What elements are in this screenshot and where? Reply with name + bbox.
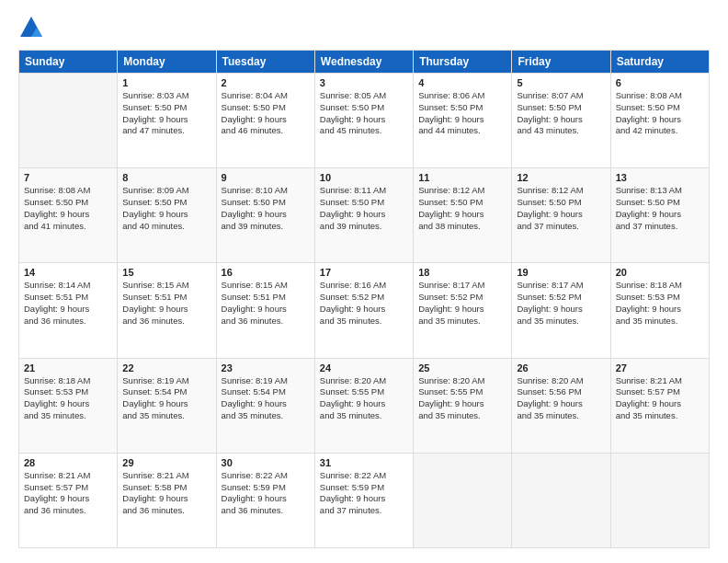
day-number: 15: [122, 267, 210, 278]
calendar-body: 1Sunrise: 8:03 AMSunset: 5:50 PMDaylight…: [19, 74, 710, 548]
day-info: Sunrise: 8:04 AMSunset: 5:50 PMDaylight:…: [222, 90, 310, 137]
weekday-header-monday: Monday: [118, 51, 216, 74]
day-info: Sunrise: 8:17 AMSunset: 5:52 PMDaylight:…: [517, 280, 605, 327]
logo-icon: [18, 15, 44, 40]
calendar-cell: 31Sunrise: 8:22 AMSunset: 5:59 PMDayligh…: [314, 453, 413, 547]
day-number: 25: [418, 362, 506, 373]
calendar-cell: 23Sunrise: 8:19 AMSunset: 5:54 PMDayligh…: [216, 358, 314, 453]
day-info: Sunrise: 8:20 AMSunset: 5:55 PMDaylight:…: [418, 375, 506, 422]
calendar-cell: 18Sunrise: 8:17 AMSunset: 5:52 PMDayligh…: [414, 263, 512, 358]
calendar-cell: [19, 74, 118, 168]
day-number: 31: [320, 457, 408, 468]
day-info: Sunrise: 8:06 AMSunset: 5:50 PMDaylight:…: [418, 90, 506, 137]
day-info: Sunrise: 8:14 AMSunset: 5:51 PMDaylight:…: [24, 280, 112, 327]
day-info: Sunrise: 8:03 AMSunset: 5:50 PMDaylight:…: [122, 90, 210, 137]
calendar-cell: 3Sunrise: 8:05 AMSunset: 5:50 PMDaylight…: [314, 74, 413, 168]
day-number: 28: [24, 457, 112, 468]
day-info: Sunrise: 8:21 AMSunset: 5:58 PMDaylight:…: [122, 470, 210, 517]
calendar-cell: 2Sunrise: 8:04 AMSunset: 5:50 PMDaylight…: [216, 74, 314, 168]
calendar-cell: 28Sunrise: 8:21 AMSunset: 5:57 PMDayligh…: [19, 453, 118, 547]
calendar-cell: 24Sunrise: 8:20 AMSunset: 5:55 PMDayligh…: [314, 358, 413, 453]
day-info: Sunrise: 8:19 AMSunset: 5:54 PMDaylight:…: [222, 375, 310, 422]
day-number: 26: [517, 362, 605, 373]
calendar-cell: 12Sunrise: 8:12 AMSunset: 5:50 PMDayligh…: [512, 168, 610, 263]
calendar-cell: 13Sunrise: 8:13 AMSunset: 5:50 PMDayligh…: [610, 168, 709, 263]
week-row-1: 7Sunrise: 8:08 AMSunset: 5:50 PMDaylight…: [19, 168, 710, 263]
day-number: 5: [517, 77, 605, 88]
calendar-cell: 10Sunrise: 8:11 AMSunset: 5:50 PMDayligh…: [314, 168, 413, 263]
weekday-header-saturday: Saturday: [610, 51, 709, 74]
day-number: 30: [222, 457, 310, 468]
day-info: Sunrise: 8:07 AMSunset: 5:50 PMDaylight:…: [517, 90, 605, 137]
week-row-4: 28Sunrise: 8:21 AMSunset: 5:57 PMDayligh…: [19, 453, 710, 547]
day-number: 17: [320, 267, 408, 278]
calendar-cell: [512, 453, 610, 547]
day-number: 6: [616, 77, 704, 88]
day-number: 11: [418, 172, 506, 183]
calendar-cell: 9Sunrise: 8:10 AMSunset: 5:50 PMDaylight…: [216, 168, 314, 263]
day-number: 14: [24, 267, 112, 278]
calendar-cell: 6Sunrise: 8:08 AMSunset: 5:50 PMDaylight…: [610, 74, 709, 168]
day-number: 2: [222, 77, 310, 88]
calendar-cell: 20Sunrise: 8:18 AMSunset: 5:53 PMDayligh…: [610, 263, 709, 358]
calendar-cell: 17Sunrise: 8:16 AMSunset: 5:52 PMDayligh…: [314, 263, 413, 358]
calendar-cell: [610, 453, 709, 547]
calendar-cell: 14Sunrise: 8:14 AMSunset: 5:51 PMDayligh…: [19, 263, 118, 358]
day-info: Sunrise: 8:12 AMSunset: 5:50 PMDaylight:…: [517, 185, 605, 232]
day-number: 12: [517, 172, 605, 183]
calendar-header: SundayMondayTuesdayWednesdayThursdayFrid…: [19, 51, 710, 74]
day-info: Sunrise: 8:09 AMSunset: 5:50 PMDaylight:…: [122, 185, 210, 232]
weekday-header-friday: Friday: [512, 51, 610, 74]
header: [18, 15, 710, 40]
calendar-cell: 4Sunrise: 8:06 AMSunset: 5:50 PMDaylight…: [414, 74, 512, 168]
day-info: Sunrise: 8:20 AMSunset: 5:56 PMDaylight:…: [517, 375, 605, 422]
day-info: Sunrise: 8:05 AMSunset: 5:50 PMDaylight:…: [320, 90, 408, 137]
calendar-cell: 29Sunrise: 8:21 AMSunset: 5:58 PMDayligh…: [118, 453, 216, 547]
day-info: Sunrise: 8:12 AMSunset: 5:50 PMDaylight:…: [418, 185, 506, 232]
logo: [18, 15, 48, 40]
day-info: Sunrise: 8:18 AMSunset: 5:53 PMDaylight:…: [616, 280, 704, 327]
day-number: 24: [320, 362, 408, 373]
calendar-table: SundayMondayTuesdayWednesdayThursdayFrid…: [18, 50, 710, 548]
day-info: Sunrise: 8:10 AMSunset: 5:50 PMDaylight:…: [222, 185, 310, 232]
calendar-cell: 26Sunrise: 8:20 AMSunset: 5:56 PMDayligh…: [512, 358, 610, 453]
day-number: 23: [222, 362, 310, 373]
week-row-3: 21Sunrise: 8:18 AMSunset: 5:53 PMDayligh…: [19, 358, 710, 453]
calendar-cell: [414, 453, 512, 547]
day-info: Sunrise: 8:13 AMSunset: 5:50 PMDaylight:…: [616, 185, 704, 232]
day-info: Sunrise: 8:21 AMSunset: 5:57 PMDaylight:…: [24, 470, 112, 517]
day-number: 19: [517, 267, 605, 278]
day-number: 16: [222, 267, 310, 278]
day-number: 1: [122, 77, 210, 88]
weekday-header-thursday: Thursday: [414, 51, 512, 74]
calendar-cell: 21Sunrise: 8:18 AMSunset: 5:53 PMDayligh…: [19, 358, 118, 453]
calendar-cell: 15Sunrise: 8:15 AMSunset: 5:51 PMDayligh…: [118, 263, 216, 358]
day-number: 4: [418, 77, 506, 88]
day-info: Sunrise: 8:08 AMSunset: 5:50 PMDaylight:…: [616, 90, 704, 137]
day-info: Sunrise: 8:19 AMSunset: 5:54 PMDaylight:…: [122, 375, 210, 422]
day-number: 10: [320, 172, 408, 183]
weekday-header-wednesday: Wednesday: [314, 51, 413, 74]
calendar-cell: 19Sunrise: 8:17 AMSunset: 5:52 PMDayligh…: [512, 263, 610, 358]
day-number: 22: [122, 362, 210, 373]
day-number: 18: [418, 267, 506, 278]
day-number: 21: [24, 362, 112, 373]
calendar-cell: 25Sunrise: 8:20 AMSunset: 5:55 PMDayligh…: [414, 358, 512, 453]
day-info: Sunrise: 8:15 AMSunset: 5:51 PMDaylight:…: [122, 280, 210, 327]
page: SundayMondayTuesdayWednesdayThursdayFrid…: [0, 0, 728, 563]
day-info: Sunrise: 8:22 AMSunset: 5:59 PMDaylight:…: [320, 470, 408, 517]
day-info: Sunrise: 8:17 AMSunset: 5:52 PMDaylight:…: [418, 280, 506, 327]
weekday-header-row: SundayMondayTuesdayWednesdayThursdayFrid…: [19, 51, 710, 74]
week-row-0: 1Sunrise: 8:03 AMSunset: 5:50 PMDaylight…: [19, 74, 710, 168]
day-info: Sunrise: 8:11 AMSunset: 5:50 PMDaylight:…: [320, 185, 408, 232]
day-number: 13: [616, 172, 704, 183]
day-info: Sunrise: 8:18 AMSunset: 5:53 PMDaylight:…: [24, 375, 112, 422]
day-info: Sunrise: 8:08 AMSunset: 5:50 PMDaylight:…: [24, 185, 112, 232]
weekday-header-tuesday: Tuesday: [216, 51, 314, 74]
calendar-cell: 11Sunrise: 8:12 AMSunset: 5:50 PMDayligh…: [414, 168, 512, 263]
calendar-cell: 5Sunrise: 8:07 AMSunset: 5:50 PMDaylight…: [512, 74, 610, 168]
day-info: Sunrise: 8:22 AMSunset: 5:59 PMDaylight:…: [222, 470, 310, 517]
calendar-cell: 30Sunrise: 8:22 AMSunset: 5:59 PMDayligh…: [216, 453, 314, 547]
calendar-cell: 16Sunrise: 8:15 AMSunset: 5:51 PMDayligh…: [216, 263, 314, 358]
weekday-header-sunday: Sunday: [19, 51, 118, 74]
